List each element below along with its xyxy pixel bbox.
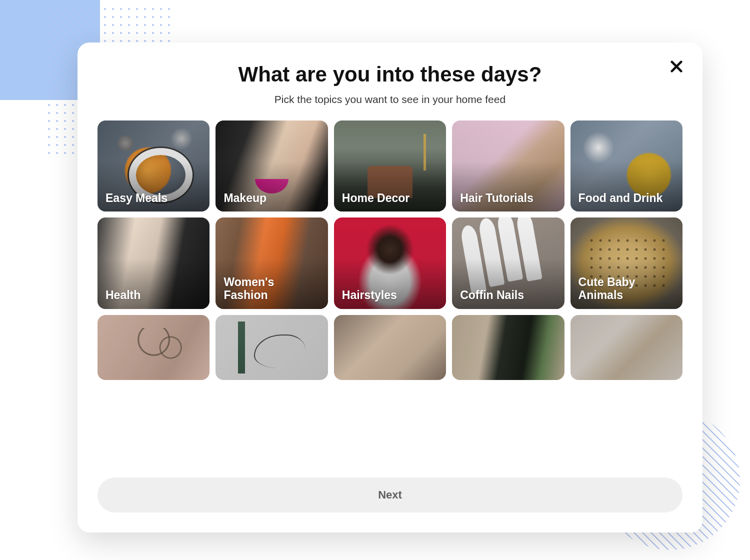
- topic-label: Home Decor: [334, 184, 418, 212]
- tile-overlay: [216, 315, 328, 380]
- topic-label: Coffin Nails: [452, 282, 532, 308]
- topic-label: Cute Baby Animals: [570, 268, 682, 309]
- tile-overlay: [570, 315, 682, 380]
- topic-label: Easy Meals: [98, 184, 176, 212]
- topic-tile-health[interactable]: Health: [98, 218, 210, 308]
- topic-tile-hairstyles[interactable]: Hairstyles: [334, 218, 446, 308]
- topic-tile-partial-5[interactable]: [570, 315, 682, 380]
- tile-overlay: [452, 315, 564, 380]
- next-button[interactable]: Next: [98, 478, 682, 512]
- topic-label: Food and Drink: [570, 184, 671, 212]
- topic-label: Women's Fashion: [216, 268, 328, 309]
- topics-grid-container: Easy Meals Makeup Home Decor Hair Tutori…: [78, 120, 702, 462]
- topic-label: Makeup: [216, 184, 274, 212]
- topic-label: Hair Tutorials: [452, 184, 542, 212]
- topic-tile-partial-4[interactable]: [452, 315, 564, 380]
- topic-tile-partial-3[interactable]: [334, 315, 446, 380]
- modal-header: What are you into these days? Pick the t…: [78, 42, 702, 120]
- topic-label: Hairstyles: [334, 282, 405, 308]
- close-icon: [668, 58, 684, 74]
- topic-label: Health: [98, 282, 148, 308]
- topic-tile-hair-tutorials[interactable]: Hair Tutorials: [452, 120, 564, 212]
- topic-tile-food-and-drink[interactable]: Food and Drink: [570, 120, 682, 212]
- topic-tile-home-decor[interactable]: Home Decor: [334, 120, 446, 212]
- topic-tile-cute-baby-animals[interactable]: Cute Baby Animals: [570, 218, 682, 308]
- topic-tile-partial-2[interactable]: [216, 315, 328, 380]
- tile-overlay: [98, 315, 210, 380]
- modal-subtitle: Pick the topics you want to see in your …: [98, 94, 682, 106]
- topic-picker-modal: What are you into these days? Pick the t…: [78, 42, 702, 532]
- modal-footer: Next: [78, 462, 702, 532]
- topics-grid: Easy Meals Makeup Home Decor Hair Tutori…: [98, 120, 682, 380]
- topic-tile-womens-fashion[interactable]: Women's Fashion: [216, 218, 328, 308]
- close-button[interactable]: [668, 58, 684, 74]
- topic-tile-partial-1[interactable]: [98, 315, 210, 380]
- modal-title: What are you into these days?: [98, 62, 682, 86]
- tile-overlay: [334, 315, 446, 380]
- topic-tile-easy-meals[interactable]: Easy Meals: [98, 120, 210, 212]
- topic-tile-makeup[interactable]: Makeup: [216, 120, 328, 212]
- topic-tile-coffin-nails[interactable]: Coffin Nails: [452, 218, 564, 308]
